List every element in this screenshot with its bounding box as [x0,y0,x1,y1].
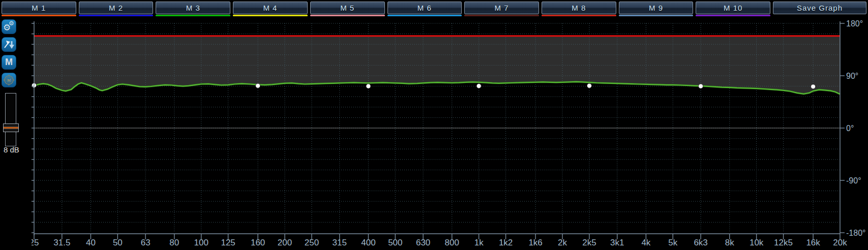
marker-dot[interactable] [587,83,591,88]
slider-handle-stripe [4,127,18,129]
freq-tick-label: 100 [194,238,208,247]
tool-sidebar: ⚙ ⚙ M M 8 dB [0,16,32,250]
freq-tick-label: 10k [750,238,764,247]
freq-tick-label: 1k2 [499,238,513,247]
freq-tick-label: 400 [361,238,375,247]
freq-tick-label: 80 [169,238,179,247]
freq-tick-label: 16k [806,238,820,247]
marker-dot[interactable] [256,83,260,88]
freq-tick-label: 2k5 [582,238,596,247]
gain-slider-track[interactable] [5,93,16,146]
gain-value-label: 8 dB [4,145,19,154]
marker-dot[interactable] [699,84,703,88]
target-memory-button[interactable]: M [2,73,16,87]
freq-tick-label: 200 [278,238,292,247]
marker-dot[interactable] [476,84,481,88]
freq-tick-label: 12k5 [774,238,793,247]
freq-tick-label: 40 [86,238,96,247]
letter-m-icon: M [2,55,16,69]
freq-tick-label: 5k [668,238,677,247]
freq-tick-label: 2k [558,238,567,247]
freq-tick-label: 6k3 [694,238,707,247]
svg-text:M: M [7,78,11,83]
freq-tick-label: 500 [388,238,402,247]
gain-slider-handle[interactable] [3,123,19,132]
freq-tick-label: 20k [833,238,847,247]
settings-button[interactable]: ⚙ ⚙ [2,19,16,34]
transfer-arrows-icon [2,38,16,51]
phase-tick-label: 90° [846,72,858,80]
freq-tick-label: 630 [416,238,430,247]
freq-tick-label: 125 [221,238,235,247]
freq-tick-label: 50 [113,238,123,247]
phase-tick-label: 180° [846,19,863,28]
marker-dot[interactable] [811,84,816,89]
freq-tick-label: 160 [251,238,265,247]
freq-tick-label: 800 [445,238,459,247]
phase-tick-label: 0° [846,124,854,133]
target-m-icon: M [2,73,16,87]
marker-dot[interactable] [366,84,371,88]
freq-tick-label: 31.5 [53,238,70,247]
measurement-app: M 1M 2M 3M 4M 5M 6M 7M 8M 9M 10Save Grap… [0,0,868,250]
io-routing-button[interactable] [2,37,16,52]
gears-icon: ⚙ [9,20,14,26]
freq-tick-label: 1k6 [528,238,542,247]
freq-tick-label: 315 [333,238,347,247]
freq-tick-label: 63 [141,238,151,247]
freq-tick-label: 4k [641,238,650,247]
frequency-response-chart: 151050-5-10-15-20-25-30-352531.540506380… [0,0,868,250]
freq-tick-label: 1k [474,238,484,247]
freq-tick-label: 250 [305,238,319,247]
phase-tick-label: -90° [846,176,861,185]
freq-tick-label: 8k [725,238,734,247]
freq-tick-label: 3k1 [610,238,624,247]
phase-tick-label: -180° [846,229,865,237]
memory-button[interactable]: M [2,55,16,70]
